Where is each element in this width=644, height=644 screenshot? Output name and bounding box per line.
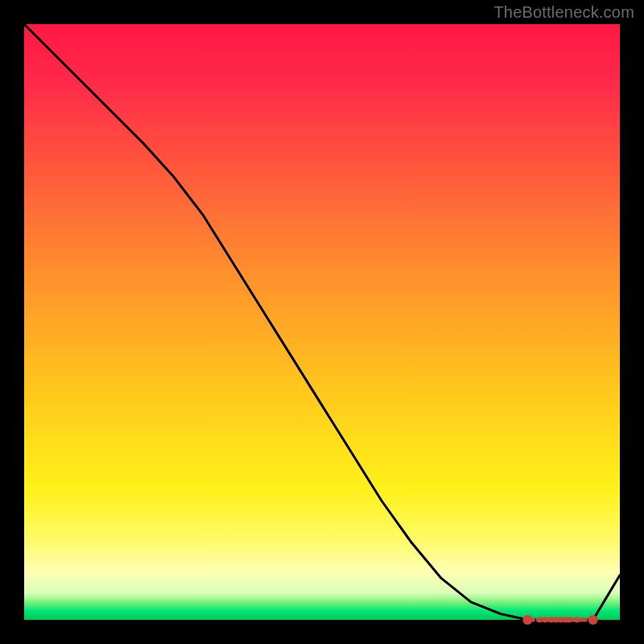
watermark-text: TheBottleneck.com [493, 3, 634, 22]
highlight-marker [574, 617, 580, 623]
highlight-marker [567, 617, 572, 623]
highlight-marker [588, 615, 598, 625]
chart-overlay-svg [24, 24, 620, 620]
highlight-marker [543, 617, 548, 623]
highlight-markers [522, 615, 597, 625]
highlight-marker [522, 615, 532, 625]
curve-line [24, 24, 620, 620]
highlight-marker [537, 617, 543, 623]
chart-wrapper: TheBottleneck.com [0, 0, 644, 644]
